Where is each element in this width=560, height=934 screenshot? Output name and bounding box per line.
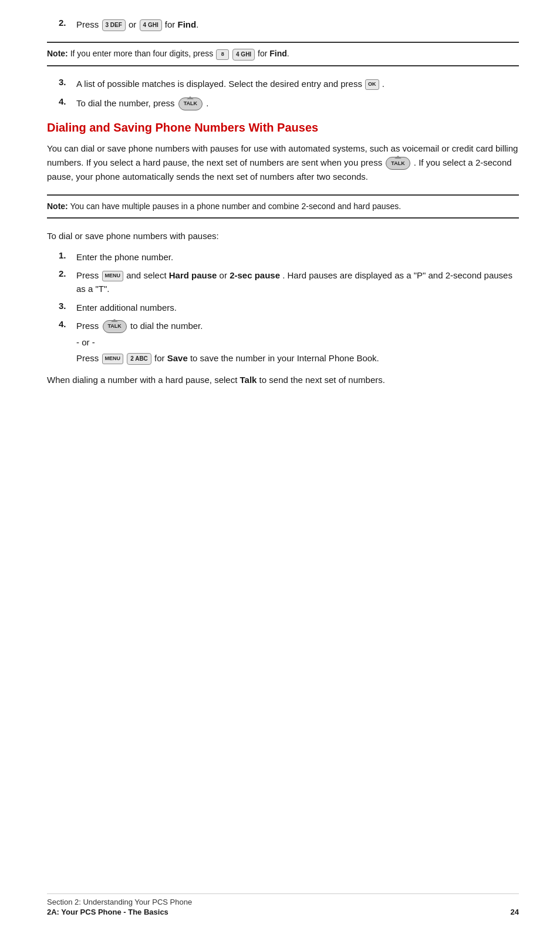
list-step-number-4: 4. [59,319,76,329]
step-3-content: A list of possible matches is displayed.… [76,77,519,90]
step-4-top-content: To dial the number, press TALK . [76,96,519,110]
key-talk-inline: TALK [386,157,410,170]
step-number-2: 2. [59,18,76,28]
list-step-number-1: 1. [59,250,76,260]
list-step-4-content: Press TALK to dial the number. - or - Pr… [76,319,519,365]
footer-bold: 2A: Your PCS Phone - The Basics [47,908,168,916]
step-2-content: Press 3 DEF or 4 GHI for Find. [76,18,519,31]
list-step-number-3: 3. [59,301,76,311]
note-text-2: You can have multiple pauses in a phone … [70,201,401,211]
list-step-4-suffix: to dial the number. [130,321,203,331]
note-label-1: Note: [47,49,68,58]
footer: Section 2: Understanding Your PCS Phone … [47,893,519,916]
step-4-top-text: To dial the number, press [76,98,177,108]
list-step-3-content: Enter additional numbers. [76,301,519,314]
body-paragraph: You can dial or save phone numbers with … [47,142,519,184]
intro-list-text: To dial or save phone numbers with pause… [47,229,519,243]
steps-list: 1. Enter the phone number. 2. Press MENU… [59,250,519,365]
step-3: 3. A list of possible matches is display… [59,77,519,90]
list-step-4: 4. Press TALK to dial the number. - or -… [59,319,519,365]
list-step-2: 2. Press MENU and select Hard pause or 2… [59,268,519,296]
save-label: Save [167,353,188,363]
two-sec-pause-label: 2-sec pause [230,270,280,280]
or-label: or [129,19,136,29]
step-2-top: 2. Press 3 DEF or 4 GHI for Find. [59,18,519,31]
note-box-2: Note: You can have multiple pauses in a … [47,194,519,219]
for-label: for [165,19,178,29]
list-step-2-press: Press [76,270,102,280]
step-number-3: 3. [59,77,76,87]
closing-text-2: to send the next set of numbers. [259,375,385,385]
key-2abc-step4: 2 ABC [127,353,151,365]
closing-bold: Talk [240,375,257,385]
list-step-3: 3. Enter additional numbers. [59,301,519,314]
key-menu-step4: MENU [102,354,124,364]
list-step-1-content: Enter the phone number. [76,250,519,264]
key-menu-step2: MENU [102,271,124,281]
note-text-1: If you enter more than four digits, pres… [70,49,215,58]
key-talk-step4: TALK [103,320,127,333]
note-find-label: Find [269,49,287,58]
list-step-1: 1. Enter the phone number. [59,250,519,264]
key-ok: OK [365,79,379,90]
closing-text-1: When dialing a number with a hard pause,… [47,375,237,385]
section-title: Dialing and Saving Phone Numbers With Pa… [47,121,519,135]
note-box-1: Note: If you enter more than four digits… [47,42,519,66]
press-label: Press [76,19,99,29]
key-note-8: 8 [216,49,229,60]
footer-page: 24 [511,908,519,916]
key-note-4ghi: 4 GHI [232,49,255,61]
step-4-top: 4. To dial the number, press TALK . [59,96,519,110]
hard-pause-label: Hard pause [169,270,217,280]
key-4ghi: 4 GHI [140,19,162,31]
footer-section: Section 2: Understanding Your PCS Phone [47,898,519,906]
closing-text: When dialing a number with a hard pause,… [47,373,519,387]
list-step-2-and-select: and select [126,270,169,280]
key-3def: 3 DEF [102,19,126,31]
find-label: Find [178,19,197,29]
list-step-4-press2: Press [76,353,102,363]
list-step-2-content: Press MENU and select Hard pause or 2-se… [76,268,519,296]
step-number-4-top: 4. [59,96,76,106]
list-step-number-2: 2. [59,268,76,278]
key-talk-top: TALK [178,98,203,110]
note-label-2: Note: [47,201,68,211]
or-line: - or - [76,335,519,349]
list-step-4-press: Press [76,321,102,331]
step-3-text: A list of possible matches is displayed.… [76,79,365,89]
